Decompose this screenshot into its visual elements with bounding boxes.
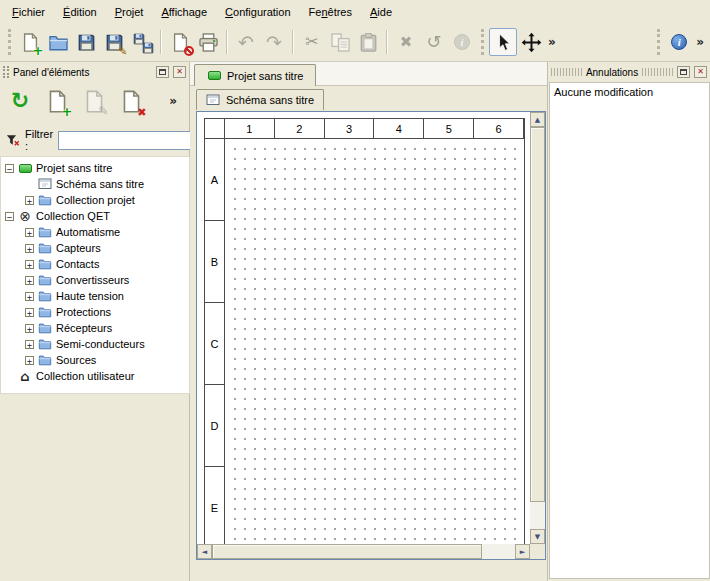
expander-plus-icon[interactable]: + — [25, 340, 34, 349]
tree-item[interactable]: −Projet sans titre — [1, 160, 189, 176]
tree-item[interactable]: +Capteurs — [1, 240, 189, 256]
menu-item[interactable]: Fichier — [4, 2, 53, 22]
panel-overflow-button[interactable]: » — [166, 94, 180, 108]
tree-item[interactable]: +Sources — [1, 352, 189, 368]
tree-indent — [25, 180, 34, 189]
horizontal-scrollbar[interactable]: ◄ ► — [197, 544, 530, 559]
cut-button[interactable]: ✂ — [298, 28, 326, 56]
toolbar-group: i» — [652, 28, 707, 56]
dock-close-button[interactable]: ✕ — [173, 66, 186, 78]
menu-item[interactable]: Projet — [107, 2, 152, 22]
filter-input[interactable] — [58, 131, 208, 150]
info-gray-button[interactable]: i — [448, 28, 476, 56]
open-folder-button[interactable] — [44, 28, 72, 56]
toolbar-handle-icon[interactable] — [8, 29, 11, 55]
toolbar-handle-icon[interactable] — [657, 29, 660, 55]
column-header: 3 — [325, 119, 375, 139]
scroll-down-icon[interactable]: ▼ — [530, 529, 545, 544]
toolbar-handle-icon[interactable] — [481, 29, 484, 55]
tree-item[interactable]: +Récepteurs — [1, 320, 189, 336]
undo-button[interactable]: ↶ — [232, 28, 260, 56]
scroll-up-icon[interactable]: ▲ — [530, 112, 545, 127]
tree-item[interactable]: +Convertisseurs — [1, 272, 189, 288]
expander-minus-icon[interactable]: − — [5, 212, 14, 221]
edit-element-button[interactable]: ✎ — [79, 86, 109, 116]
tree-item[interactable]: −⊗Collection QET — [1, 208, 189, 224]
tree-item[interactable]: +Contacts — [1, 256, 189, 272]
tree-item[interactable]: +Automatisme — [1, 224, 189, 240]
delete-button[interactable]: ✖ — [392, 28, 420, 56]
expander-plus-icon[interactable]: + — [25, 292, 34, 301]
paste-button[interactable] — [354, 28, 382, 56]
expander-plus-icon[interactable]: + — [25, 196, 34, 205]
tab-diagram[interactable]: Schéma sans titre — [196, 89, 324, 110]
move-button[interactable] — [517, 28, 545, 56]
menu-item[interactable]: Édition — [55, 2, 105, 22]
close-file-button[interactable] — [166, 28, 194, 56]
tree-item-label: Contacts — [56, 258, 99, 270]
row-header: C — [205, 303, 225, 385]
expander-plus-icon[interactable]: + — [25, 356, 34, 365]
copy-button[interactable] — [326, 28, 354, 56]
vertical-scrollbar[interactable]: ▲ ▼ — [530, 112, 545, 544]
scroll-left-icon[interactable]: ◄ — [197, 544, 212, 559]
dock-drag-handle-icon[interactable] — [551, 68, 582, 76]
expander-plus-icon[interactable]: + — [25, 276, 34, 285]
diagram-canvas[interactable]: 123456 ABCDE — [197, 112, 530, 544]
delete-element-button[interactable]: ✖ — [116, 86, 146, 116]
folder-icon — [38, 321, 52, 335]
save-as-button[interactable]: ✎ — [100, 28, 128, 56]
filter-row: Filtrer : — [0, 128, 189, 152]
dock-drag-handle-icon[interactable] — [642, 68, 673, 76]
menu-item[interactable]: Aide — [362, 2, 400, 22]
schema-icon — [206, 93, 220, 107]
folder-icon — [38, 353, 52, 367]
scroll-right-icon[interactable]: ► — [515, 544, 530, 559]
application-window: FichierÉditionProjetAffichageConfigurati… — [0, 0, 710, 581]
expander-plus-icon[interactable]: + — [25, 260, 34, 269]
new-document-button[interactable]: + — [16, 28, 44, 56]
toolbar-overflow-button[interactable]: » — [545, 35, 559, 49]
elements-panel-dock: Panel d'éléments ✕ ↻+✎✖» Filtrer : −Proj… — [0, 62, 190, 581]
rotate-button[interactable]: ↺ — [420, 28, 448, 56]
tree-item[interactable]: +Collection projet — [1, 192, 189, 208]
menu-item[interactable]: Affichage — [153, 2, 215, 22]
dock-drag-handle-icon[interactable] — [3, 66, 9, 78]
toolbar-overflow-button[interactable]: » — [693, 35, 707, 49]
diagram-tab-icon-slot — [206, 93, 220, 107]
expander-plus-icon[interactable]: + — [25, 228, 34, 237]
toolbar-group: » — [476, 28, 559, 56]
tree-item-label: Automatisme — [56, 226, 120, 238]
tree-item[interactable]: +Protections — [1, 304, 189, 320]
print-button[interactable] — [194, 28, 222, 56]
new-element-button[interactable]: + — [42, 86, 72, 116]
undo-history-item[interactable]: Aucune modification — [550, 83, 709, 101]
dock-close-button[interactable]: ✕ — [694, 66, 707, 78]
tree-item[interactable]: ⌂Collection utilisateur — [1, 368, 189, 384]
expander-plus-icon[interactable]: + — [25, 324, 34, 333]
reload-button[interactable]: ↻ — [5, 86, 35, 116]
expander-plus-icon[interactable]: + — [25, 308, 34, 317]
horizontal-scroll-thumb[interactable] — [212, 544, 482, 559]
expander-plus-icon[interactable]: + — [25, 244, 34, 253]
menu-item[interactable]: Fenêtres — [301, 2, 360, 22]
tree-item-label: Collection projet — [56, 194, 135, 206]
info-blue-button[interactable]: i — [665, 28, 693, 56]
tab-project[interactable]: Projet sans titre — [194, 64, 316, 86]
save-all-button[interactable] — [128, 28, 156, 56]
toolbar-group: +✎ — [16, 28, 156, 56]
dock-float-button[interactable] — [677, 66, 690, 78]
folder-icon — [38, 257, 52, 271]
tree-item[interactable]: +Semi-conducteurs — [1, 336, 189, 352]
tree-item[interactable]: Schéma sans titre — [1, 176, 189, 192]
menu-item[interactable]: Configuration — [217, 2, 298, 22]
dock-float-button[interactable] — [156, 66, 169, 78]
vertical-scroll-thumb[interactable] — [530, 127, 545, 502]
folder-icon — [38, 273, 52, 287]
cursor-button[interactable] — [489, 28, 517, 56]
clear-filter-button[interactable] — [6, 131, 20, 149]
expander-minus-icon[interactable]: − — [5, 164, 14, 173]
tree-item[interactable]: +Haute tension — [1, 288, 189, 304]
redo-button[interactable]: ↷ — [260, 28, 288, 56]
save-button[interactable] — [72, 28, 100, 56]
